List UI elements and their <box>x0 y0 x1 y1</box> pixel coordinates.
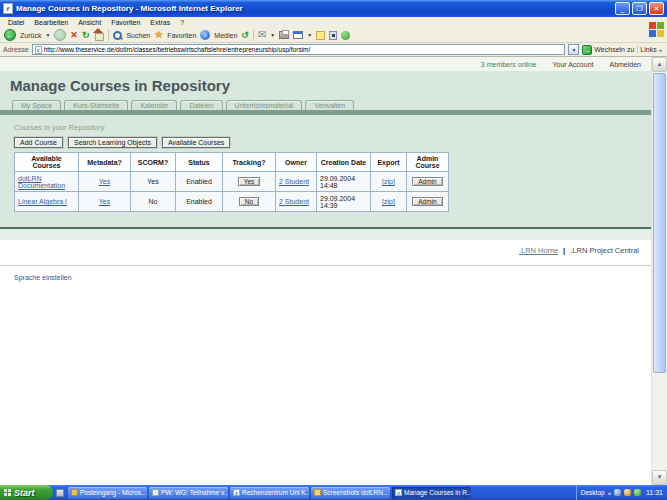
tab-kurs-startseite[interactable]: Kurs-Startseite <box>64 100 128 110</box>
menu-extras[interactable]: Extras <box>145 19 175 26</box>
menu-ansicht[interactable]: Ansicht <box>73 19 106 26</box>
favorites-label[interactable]: Favoriten <box>167 32 196 39</box>
system-tray: Desktop » 11:31 <box>576 485 667 500</box>
owner-link[interactable]: 2 Student <box>279 198 309 205</box>
show-desktop-icon[interactable] <box>56 489 64 497</box>
links-chevron-icon[interactable]: » <box>659 47 662 53</box>
refresh-icon[interactable]: ↻ <box>82 30 90 40</box>
status-value: Enabled <box>176 192 223 212</box>
favorites-icon[interactable]: ★ <box>154 30 163 40</box>
discuss-icon[interactable] <box>316 31 325 40</box>
messenger-icon[interactable] <box>329 31 337 40</box>
edit-icon[interactable] <box>293 31 303 39</box>
course-link[interactable]: dotLRN Documentation <box>18 175 65 189</box>
page-title: Manage Courses in Repository <box>10 77 230 94</box>
toolbar-separator <box>108 29 109 41</box>
media-label[interactable]: Medien <box>214 32 237 39</box>
start-flag-icon <box>4 489 11 496</box>
menu-datei[interactable]: Datei <box>3 19 29 26</box>
folder-icon <box>314 489 321 496</box>
vertical-scrollbar[interactable]: ▲ ▼ <box>651 57 667 485</box>
minimize-button[interactable]: _ <box>615 2 630 15</box>
links-toolbar[interactable]: Links » <box>637 46 664 53</box>
window-title: Manage Courses in Repository - Microsoft… <box>16 4 612 13</box>
lrn-project-central-link[interactable]: .LRN Project Central <box>570 246 639 255</box>
stop-icon[interactable]: ✕ <box>70 30 78 40</box>
tray-chevron-icon[interactable]: » <box>608 490 611 496</box>
tracking-button[interactable]: Yes <box>238 177 261 186</box>
status-value: Enabled <box>176 172 223 192</box>
scroll-up-icon[interactable]: ▲ <box>652 57 667 72</box>
taskbar-task-manage-courses[interactable]: e Manage Courses in R... <box>392 487 471 499</box>
search-icon[interactable] <box>113 31 122 40</box>
address-input[interactable] <box>44 45 563 54</box>
available-courses-button[interactable]: Available Courses <box>162 137 230 148</box>
history-icon[interactable]: ↺ <box>241 30 249 40</box>
back-dropdown-icon[interactable]: ▼ <box>45 32 50 38</box>
course-link[interactable]: Linear Algebra I <box>18 198 67 205</box>
language-link[interactable]: Sprache einstellen <box>14 274 72 281</box>
col-scorm: SCORM? <box>131 153 176 172</box>
ie-window-icon: e <box>3 3 13 14</box>
address-label: Adresse <box>3 46 29 53</box>
home-icon[interactable] <box>93 32 104 41</box>
outlook-icon <box>71 489 78 496</box>
tab-unterrichtsmaterial[interactable]: Unterrichtsmaterial <box>226 100 303 110</box>
print-icon[interactable] <box>279 31 289 39</box>
admin-button[interactable]: Admin <box>412 197 442 206</box>
taskbar-task-screenshots[interactable]: Screenshots dotLRN... <box>311 487 390 499</box>
edit-dropdown-icon[interactable]: ▼ <box>307 32 312 38</box>
export-zip-link[interactable]: [zip] <box>382 178 395 185</box>
page-viewport: 3 members online Your Account Abmelden M… <box>0 57 651 485</box>
tab-dateien[interactable]: Dateien <box>180 100 222 110</box>
taskbar-task-mail[interactable]: PW: WG: Teilnahme v... <box>149 487 228 499</box>
tray-messenger-icon[interactable] <box>634 489 641 496</box>
tab-bar: My Space Kurs-Startseite Kalender Dateie… <box>0 97 651 110</box>
search-label[interactable]: Suchen <box>126 32 150 39</box>
buddy-icon[interactable] <box>341 31 350 40</box>
media-icon[interactable]: ♪ <box>200 30 210 40</box>
tray-network-icon[interactable] <box>614 489 621 496</box>
forward-icon[interactable]: → <box>54 29 66 41</box>
creation-time: 14:39 <box>320 202 367 209</box>
scrollbar-thumb[interactable] <box>653 73 666 373</box>
task-label: Posteingang - Micros... <box>80 489 146 496</box>
back-icon[interactable]: ← <box>4 29 16 41</box>
search-learning-objects-button[interactable]: Search Learning Objects <box>68 137 157 148</box>
go-button[interactable]: → Wechseln zu <box>582 45 634 55</box>
metadata-link[interactable]: Yes <box>99 198 110 205</box>
tray-volume-icon[interactable] <box>624 489 631 496</box>
metadata-link[interactable]: Yes <box>99 178 110 185</box>
tracking-button[interactable]: No <box>239 197 259 206</box>
taskbar-task-rechenzentrum[interactable]: e Rechenzentrum Uni K... <box>230 487 309 499</box>
scorm-value: Yes <box>131 172 176 192</box>
export-zip-link[interactable]: [zip] <box>382 198 395 205</box>
scroll-down-icon[interactable]: ▼ <box>652 470 667 485</box>
logout-link[interactable]: Abmelden <box>609 61 641 68</box>
menu-bearbeiten[interactable]: Bearbeiten <box>29 19 73 26</box>
mail-icon[interactable]: ✉ <box>258 30 266 40</box>
footer-separator: | <box>563 246 565 255</box>
back-label[interactable]: Zurück <box>20 32 41 39</box>
menu-favoriten[interactable]: Favoriten <box>106 19 145 26</box>
close-button[interactable]: ✕ <box>649 2 664 15</box>
go-label: Wechseln zu <box>594 46 634 53</box>
creation-date: 29.09.2004 <box>320 195 367 202</box>
mail-dropdown-icon[interactable]: ▼ <box>270 32 275 38</box>
lrn-home-link[interactable]: .LRN Home <box>519 246 558 255</box>
desktop-toolbar-label[interactable]: Desktop <box>581 489 605 496</box>
tab-verwalten[interactable]: Verwalten <box>305 100 354 110</box>
start-button[interactable]: Start <box>0 485 53 500</box>
restore-button[interactable]: ❐ <box>632 2 647 15</box>
owner-link[interactable]: 2 Student <box>279 178 309 185</box>
col-export: Export <box>371 153 407 172</box>
your-account-link[interactable]: Your Account <box>552 61 593 68</box>
tab-kalender[interactable]: Kalender <box>131 100 177 110</box>
address-dropdown-icon[interactable]: ▼ <box>568 44 579 55</box>
members-online[interactable]: 3 members online <box>481 61 537 68</box>
tab-my-space[interactable]: My Space <box>12 100 61 110</box>
admin-button[interactable]: Admin <box>412 177 442 186</box>
menu-help[interactable]: ? <box>175 19 189 26</box>
add-course-button[interactable]: Add Course <box>14 137 63 148</box>
taskbar-task-posteingang[interactable]: Posteingang - Micros... <box>68 487 147 499</box>
